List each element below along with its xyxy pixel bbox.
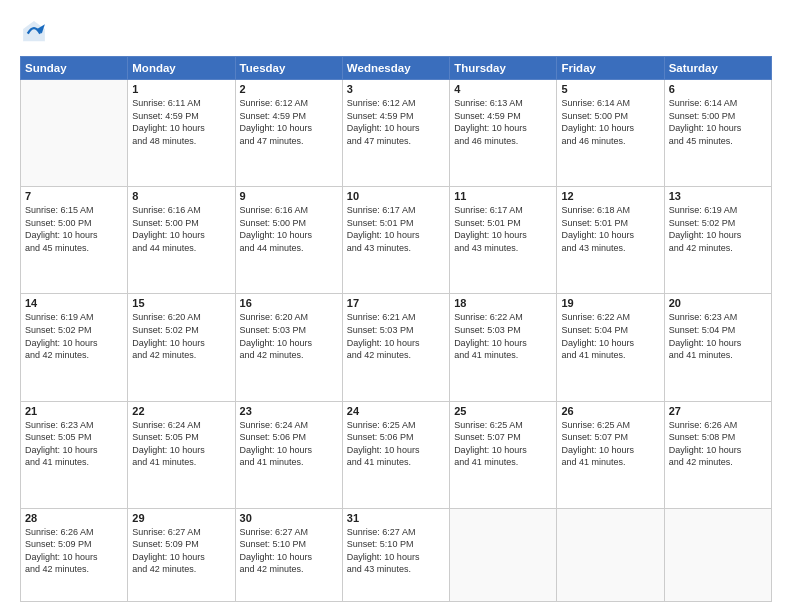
calendar-cell: 26Sunrise: 6:25 AM Sunset: 5:07 PM Dayli… xyxy=(557,401,664,508)
calendar-cell: 12Sunrise: 6:18 AM Sunset: 5:01 PM Dayli… xyxy=(557,187,664,294)
calendar-cell: 9Sunrise: 6:16 AM Sunset: 5:00 PM Daylig… xyxy=(235,187,342,294)
day-number: 23 xyxy=(240,405,338,417)
calendar-cell: 4Sunrise: 6:13 AM Sunset: 4:59 PM Daylig… xyxy=(450,80,557,187)
weekday-header-row: SundayMondayTuesdayWednesdayThursdayFrid… xyxy=(21,57,772,80)
day-info: Sunrise: 6:27 AM Sunset: 5:09 PM Dayligh… xyxy=(132,526,230,576)
day-number: 8 xyxy=(132,190,230,202)
calendar-week-row: 21Sunrise: 6:23 AM Sunset: 5:05 PM Dayli… xyxy=(21,401,772,508)
day-number: 29 xyxy=(132,512,230,524)
day-number: 26 xyxy=(561,405,659,417)
day-number: 16 xyxy=(240,297,338,309)
calendar-cell: 30Sunrise: 6:27 AM Sunset: 5:10 PM Dayli… xyxy=(235,508,342,601)
day-info: Sunrise: 6:14 AM Sunset: 5:00 PM Dayligh… xyxy=(561,97,659,147)
calendar-cell xyxy=(450,508,557,601)
day-info: Sunrise: 6:18 AM Sunset: 5:01 PM Dayligh… xyxy=(561,204,659,254)
day-number: 11 xyxy=(454,190,552,202)
day-info: Sunrise: 6:25 AM Sunset: 5:07 PM Dayligh… xyxy=(454,419,552,469)
calendar-cell: 10Sunrise: 6:17 AM Sunset: 5:01 PM Dayli… xyxy=(342,187,449,294)
calendar-cell: 14Sunrise: 6:19 AM Sunset: 5:02 PM Dayli… xyxy=(21,294,128,401)
logo xyxy=(20,18,52,46)
day-number: 14 xyxy=(25,297,123,309)
calendar-cell: 24Sunrise: 6:25 AM Sunset: 5:06 PM Dayli… xyxy=(342,401,449,508)
calendar-cell: 11Sunrise: 6:17 AM Sunset: 5:01 PM Dayli… xyxy=(450,187,557,294)
day-number: 20 xyxy=(669,297,767,309)
day-number: 31 xyxy=(347,512,445,524)
weekday-header-thursday: Thursday xyxy=(450,57,557,80)
calendar-cell: 2Sunrise: 6:12 AM Sunset: 4:59 PM Daylig… xyxy=(235,80,342,187)
day-number: 19 xyxy=(561,297,659,309)
page: SundayMondayTuesdayWednesdayThursdayFrid… xyxy=(0,0,792,612)
day-number: 30 xyxy=(240,512,338,524)
day-number: 4 xyxy=(454,83,552,95)
calendar-cell xyxy=(664,508,771,601)
calendar-week-row: 28Sunrise: 6:26 AM Sunset: 5:09 PM Dayli… xyxy=(21,508,772,601)
day-info: Sunrise: 6:20 AM Sunset: 5:03 PM Dayligh… xyxy=(240,311,338,361)
day-number: 3 xyxy=(347,83,445,95)
calendar-cell: 6Sunrise: 6:14 AM Sunset: 5:00 PM Daylig… xyxy=(664,80,771,187)
calendar-cell: 21Sunrise: 6:23 AM Sunset: 5:05 PM Dayli… xyxy=(21,401,128,508)
calendar-cell: 7Sunrise: 6:15 AM Sunset: 5:00 PM Daylig… xyxy=(21,187,128,294)
day-info: Sunrise: 6:24 AM Sunset: 5:06 PM Dayligh… xyxy=(240,419,338,469)
day-info: Sunrise: 6:22 AM Sunset: 5:04 PM Dayligh… xyxy=(561,311,659,361)
calendar-cell: 20Sunrise: 6:23 AM Sunset: 5:04 PM Dayli… xyxy=(664,294,771,401)
day-number: 13 xyxy=(669,190,767,202)
header xyxy=(20,18,772,46)
day-number: 15 xyxy=(132,297,230,309)
calendar-cell: 27Sunrise: 6:26 AM Sunset: 5:08 PM Dayli… xyxy=(664,401,771,508)
calendar-week-row: 14Sunrise: 6:19 AM Sunset: 5:02 PM Dayli… xyxy=(21,294,772,401)
day-info: Sunrise: 6:12 AM Sunset: 4:59 PM Dayligh… xyxy=(347,97,445,147)
calendar-cell: 5Sunrise: 6:14 AM Sunset: 5:00 PM Daylig… xyxy=(557,80,664,187)
calendar-week-row: 1Sunrise: 6:11 AM Sunset: 4:59 PM Daylig… xyxy=(21,80,772,187)
day-number: 2 xyxy=(240,83,338,95)
day-info: Sunrise: 6:24 AM Sunset: 5:05 PM Dayligh… xyxy=(132,419,230,469)
day-info: Sunrise: 6:13 AM Sunset: 4:59 PM Dayligh… xyxy=(454,97,552,147)
day-number: 17 xyxy=(347,297,445,309)
day-info: Sunrise: 6:21 AM Sunset: 5:03 PM Dayligh… xyxy=(347,311,445,361)
calendar-cell: 23Sunrise: 6:24 AM Sunset: 5:06 PM Dayli… xyxy=(235,401,342,508)
calendar-cell: 22Sunrise: 6:24 AM Sunset: 5:05 PM Dayli… xyxy=(128,401,235,508)
day-number: 9 xyxy=(240,190,338,202)
day-info: Sunrise: 6:19 AM Sunset: 5:02 PM Dayligh… xyxy=(669,204,767,254)
calendar-cell: 25Sunrise: 6:25 AM Sunset: 5:07 PM Dayli… xyxy=(450,401,557,508)
calendar-cell: 8Sunrise: 6:16 AM Sunset: 5:00 PM Daylig… xyxy=(128,187,235,294)
day-info: Sunrise: 6:19 AM Sunset: 5:02 PM Dayligh… xyxy=(25,311,123,361)
weekday-header-wednesday: Wednesday xyxy=(342,57,449,80)
day-number: 28 xyxy=(25,512,123,524)
day-number: 7 xyxy=(25,190,123,202)
day-number: 18 xyxy=(454,297,552,309)
day-number: 21 xyxy=(25,405,123,417)
day-number: 5 xyxy=(561,83,659,95)
day-info: Sunrise: 6:17 AM Sunset: 5:01 PM Dayligh… xyxy=(454,204,552,254)
calendar-cell xyxy=(21,80,128,187)
day-info: Sunrise: 6:11 AM Sunset: 4:59 PM Dayligh… xyxy=(132,97,230,147)
calendar-cell: 16Sunrise: 6:20 AM Sunset: 5:03 PM Dayli… xyxy=(235,294,342,401)
calendar-table: SundayMondayTuesdayWednesdayThursdayFrid… xyxy=(20,56,772,602)
day-info: Sunrise: 6:27 AM Sunset: 5:10 PM Dayligh… xyxy=(347,526,445,576)
weekday-header-saturday: Saturday xyxy=(664,57,771,80)
day-number: 24 xyxy=(347,405,445,417)
day-info: Sunrise: 6:25 AM Sunset: 5:06 PM Dayligh… xyxy=(347,419,445,469)
day-number: 10 xyxy=(347,190,445,202)
calendar-cell: 15Sunrise: 6:20 AM Sunset: 5:02 PM Dayli… xyxy=(128,294,235,401)
day-info: Sunrise: 6:22 AM Sunset: 5:03 PM Dayligh… xyxy=(454,311,552,361)
day-info: Sunrise: 6:17 AM Sunset: 5:01 PM Dayligh… xyxy=(347,204,445,254)
day-info: Sunrise: 6:27 AM Sunset: 5:10 PM Dayligh… xyxy=(240,526,338,576)
day-info: Sunrise: 6:23 AM Sunset: 5:05 PM Dayligh… xyxy=(25,419,123,469)
day-number: 6 xyxy=(669,83,767,95)
calendar-cell: 19Sunrise: 6:22 AM Sunset: 5:04 PM Dayli… xyxy=(557,294,664,401)
calendar-cell: 31Sunrise: 6:27 AM Sunset: 5:10 PM Dayli… xyxy=(342,508,449,601)
calendar-cell: 13Sunrise: 6:19 AM Sunset: 5:02 PM Dayli… xyxy=(664,187,771,294)
day-info: Sunrise: 6:15 AM Sunset: 5:00 PM Dayligh… xyxy=(25,204,123,254)
weekday-header-sunday: Sunday xyxy=(21,57,128,80)
day-info: Sunrise: 6:23 AM Sunset: 5:04 PM Dayligh… xyxy=(669,311,767,361)
day-info: Sunrise: 6:25 AM Sunset: 5:07 PM Dayligh… xyxy=(561,419,659,469)
weekday-header-tuesday: Tuesday xyxy=(235,57,342,80)
logo-icon xyxy=(20,18,48,46)
day-number: 27 xyxy=(669,405,767,417)
day-info: Sunrise: 6:16 AM Sunset: 5:00 PM Dayligh… xyxy=(132,204,230,254)
calendar-cell: 18Sunrise: 6:22 AM Sunset: 5:03 PM Dayli… xyxy=(450,294,557,401)
day-number: 25 xyxy=(454,405,552,417)
weekday-header-friday: Friday xyxy=(557,57,664,80)
calendar-cell: 17Sunrise: 6:21 AM Sunset: 5:03 PM Dayli… xyxy=(342,294,449,401)
day-number: 1 xyxy=(132,83,230,95)
